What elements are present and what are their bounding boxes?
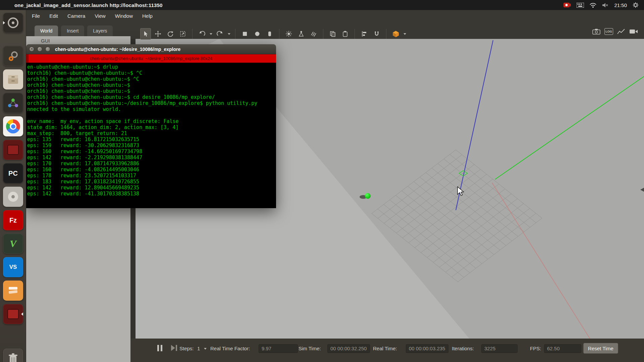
tab-world[interactable]: World	[35, 25, 58, 36]
dock-item-dash[interactable]	[3, 13, 23, 33]
log-recorder-icon[interactable]: LOG	[604, 28, 613, 35]
dock-item-vscode[interactable]: VS	[3, 257, 23, 277]
sky-shade	[219, 39, 644, 339]
select-arrow-icon[interactable]	[140, 28, 151, 40]
dock-item-recorder[interactable]	[3, 140, 23, 160]
keyboard-indicator-icon[interactable]	[577, 3, 584, 8]
tab-insert[interactable]: Insert	[61, 25, 84, 36]
menu-camera[interactable]: Camera	[67, 13, 85, 19]
minimize-button[interactable]: −	[37, 47, 42, 52]
network-nodes-icon	[6, 96, 20, 110]
disk-icon	[7, 190, 19, 203]
menu-file[interactable]: File	[32, 13, 40, 19]
toolbar-separator	[235, 29, 235, 39]
terminal-tab-bar[interactable]: chen-ubuntu@chen-ubuntu: ~/desire_10086/…	[26, 54, 276, 63]
paste-icon[interactable]	[340, 28, 351, 40]
redo-icon[interactable]	[215, 28, 225, 40]
chrome-icon	[6, 119, 20, 133]
gazebo-header: File Edit Camera View Window Help World …	[26, 10, 644, 39]
dock-item-network[interactable]	[3, 93, 23, 113]
dock-item-pycharm[interactable]: PC	[3, 163, 23, 183]
system-top-bar: one_jackal_image_add_sensor.launch http:…	[0, 0, 644, 10]
terminal-line: eps: 159 reward: -30.20629832316873	[27, 142, 276, 148]
terminal-line	[27, 112, 276, 118]
dock-item-files[interactable]	[3, 69, 23, 89]
scale-icon[interactable]	[177, 28, 188, 40]
panel-tabs: World Insert Layers	[35, 25, 113, 36]
redo-history-caret[interactable]	[227, 28, 231, 40]
terminal-output[interactable]: en-ubuntu@chen-ubuntu:~$ drlup torch16) …	[26, 63, 276, 208]
plot-icon[interactable]	[617, 28, 625, 35]
tab-layers[interactable]: Layers	[87, 25, 113, 36]
volume-muted-icon[interactable]	[602, 3, 608, 8]
menu-view[interactable]: View	[95, 13, 105, 19]
sim-time-label: Sim Time:	[299, 344, 321, 353]
menu-edit[interactable]: Edit	[49, 13, 58, 19]
rotate-icon[interactable]	[165, 28, 176, 40]
session-gear-icon[interactable]	[633, 2, 639, 8]
insert-box-icon[interactable]	[239, 28, 250, 40]
terminal-line: eps: 160 reward: -4.082614495003046	[27, 167, 276, 173]
terminal-line: torch16) chen-ubuntu@chen-ubuntu:~$ ^C	[27, 70, 276, 76]
undo-history-caret[interactable]	[209, 28, 213, 40]
toolbar-separator	[279, 29, 279, 39]
terminal-line: eps: 178 reward: 23.52072154103317	[27, 173, 276, 179]
real-time-label: Real Time:	[373, 344, 397, 353]
gazebo-time-panel: Steps: 1 Real Time Factor: 9.97 Sim Time…	[130, 339, 644, 362]
terminal-line: eps: 142 reward: -2.2192980381388447	[27, 155, 276, 161]
toolbar-separator	[386, 29, 386, 39]
window-title: one_jackal_image_add_sensor.launch http:…	[14, 2, 163, 8]
terminal-line: env_name: my_env, action space if_discre…	[27, 118, 276, 124]
mouse-cursor	[457, 186, 466, 197]
clock[interactable]: 21:50	[614, 2, 627, 8]
toolbar-right-group: LOG	[592, 28, 638, 35]
unity-launcher: PC Fz V VS	[0, 10, 26, 362]
step-button[interactable]	[171, 345, 177, 351]
toolbar-separator	[323, 29, 323, 39]
steps-spinner[interactable]	[204, 348, 207, 350]
dock-item-disks[interactable]	[3, 187, 23, 207]
menu-window[interactable]: Window	[115, 13, 133, 19]
wifi-icon[interactable]	[590, 3, 596, 8]
pause-button[interactable]	[157, 345, 162, 351]
snap-icon[interactable]	[371, 28, 382, 40]
dock-item-chrome[interactable]	[3, 116, 23, 136]
insert-sphere-icon[interactable]	[252, 28, 263, 40]
vscode-icon: VS	[9, 264, 17, 270]
insert-cylinder-icon[interactable]	[264, 28, 275, 40]
terminal-window[interactable]: ✕ − chen-ubuntu@chen-ubuntu: ~/desire_10…	[26, 44, 276, 208]
dock-item-settings[interactable]	[3, 46, 23, 66]
terminal-line: orch16) chen-ubuntu@chen-ubuntu:~$	[27, 88, 276, 94]
translate-icon[interactable]	[153, 28, 163, 40]
vim-icon: V	[10, 238, 16, 249]
dock-item-filezilla[interactable]: Fz	[3, 210, 23, 230]
dock-item-trash[interactable]	[3, 349, 23, 362]
view-angle-caret[interactable]	[403, 28, 407, 40]
close-button[interactable]: ✕	[29, 47, 34, 52]
rtf-value: 9.97	[259, 344, 298, 353]
copy-icon[interactable]	[327, 28, 338, 40]
point-light-icon[interactable]	[283, 28, 294, 40]
fps-value: 62.50	[544, 344, 581, 353]
video-record-icon[interactable]	[629, 28, 638, 35]
dock-item-player[interactable]	[3, 304, 23, 324]
panel-section-gui[interactable]: GUI	[41, 38, 50, 44]
screenshot-icon[interactable]	[592, 28, 600, 35]
robot-marker[interactable]	[365, 193, 371, 199]
align-icon[interactable]	[359, 28, 370, 40]
menu-help[interactable]: Help	[142, 13, 153, 19]
screen-record-icon[interactable]	[564, 2, 571, 8]
terminal-line: orch16) chen-ubuntu@chen-ubuntu:~$ ^C	[27, 76, 276, 82]
reset-time-button[interactable]: Reset Time	[583, 343, 618, 354]
dock-item-stack[interactable]	[3, 281, 23, 301]
directional-light-icon[interactable]	[308, 28, 319, 40]
spot-light-icon[interactable]	[296, 28, 307, 40]
undo-icon[interactable]	[197, 28, 207, 40]
view-angle-cube-icon[interactable]	[390, 28, 401, 40]
maximize-button[interactable]	[45, 47, 50, 52]
steps-label: Steps:	[179, 344, 194, 353]
dock-item-vim[interactable]: V	[3, 234, 23, 254]
terminal-line: nnected to the simulator world.	[27, 106, 276, 112]
terminal-titlebar[interactable]: ✕ − chen-ubuntu@chen-ubuntu: ~/desire_10…	[26, 44, 276, 54]
menu-bar: File Edit Camera View Window Help	[26, 10, 644, 21]
